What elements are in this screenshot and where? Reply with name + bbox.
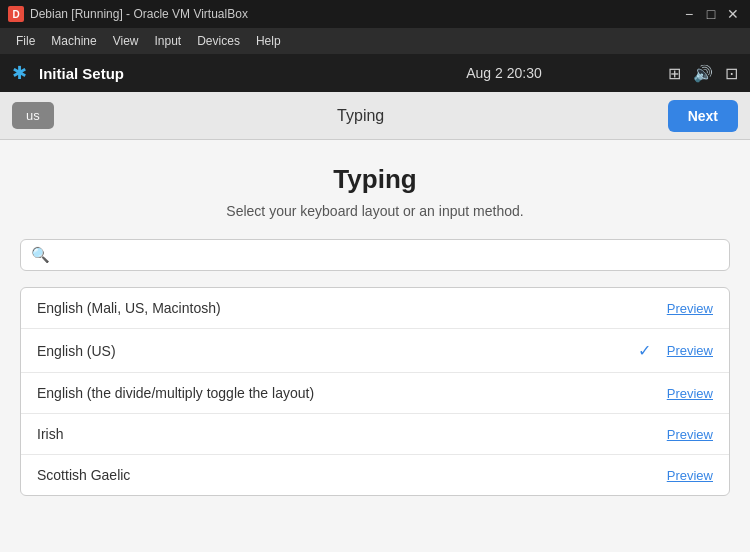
preview-link-3[interactable]: Preview [667, 427, 713, 442]
preview-link-4[interactable]: Preview [667, 468, 713, 483]
maximize-button[interactable]: □ [702, 5, 720, 23]
keyboard-name-2: English (the divide/multiply toggle the … [37, 385, 667, 401]
keyboard-item-0[interactable]: English (Mali, US, Macintosh) Preview [21, 288, 729, 329]
close-button[interactable]: ✕ [724, 5, 742, 23]
title-bar: D Debian [Running] - Oracle VM VirtualBo… [0, 0, 750, 28]
window-title: Debian [Running] - Oracle VM VirtualBox [30, 7, 680, 21]
menu-file[interactable]: File [8, 32, 43, 50]
preview-link-1[interactable]: Preview [667, 343, 713, 358]
page-subtitle: Select your keyboard layout or an input … [20, 203, 730, 219]
main-content: Typing Select your keyboard layout or an… [0, 140, 750, 552]
nav-title: Typing [54, 107, 668, 125]
keyboard-name-1: English (US) [37, 343, 638, 359]
minimize-button[interactable]: − [680, 5, 698, 23]
search-icon: 🔍 [31, 246, 50, 264]
preview-link-0[interactable]: Preview [667, 301, 713, 316]
media-icon[interactable]: ⊡ [725, 64, 738, 83]
back-button[interactable]: us [12, 102, 54, 129]
menu-input[interactable]: Input [147, 32, 190, 50]
window-controls: − □ ✕ [680, 5, 742, 23]
vm-toolbar-right: ⊞ 🔊 ⊡ [668, 64, 738, 83]
menu-machine[interactable]: Machine [43, 32, 104, 50]
menu-bar: File Machine View Input Devices Help [0, 28, 750, 54]
vm-app-title: Initial Setup [39, 65, 124, 82]
network-icon[interactable]: ⊞ [668, 64, 681, 83]
keyboard-name-0: English (Mali, US, Macintosh) [37, 300, 667, 316]
keyboard-item-4[interactable]: Scottish Gaelic Preview [21, 455, 729, 495]
app-icon: D [8, 6, 24, 22]
keyboard-item-1[interactable]: English (US) ✓ Preview [21, 329, 729, 373]
keyboard-name-3: Irish [37, 426, 667, 442]
vm-toolbar-left: ✱ Initial Setup [12, 62, 340, 84]
menu-devices[interactable]: Devices [189, 32, 248, 50]
keyboard-name-4: Scottish Gaelic [37, 467, 667, 483]
keyboard-item-2[interactable]: English (the divide/multiply toggle the … [21, 373, 729, 414]
menu-view[interactable]: View [105, 32, 147, 50]
search-input[interactable] [56, 247, 719, 263]
initial-setup-icon: ✱ [12, 62, 27, 84]
keyboard-item-3[interactable]: Irish Preview [21, 414, 729, 455]
search-container[interactable]: 🔍 [20, 239, 730, 271]
menu-help[interactable]: Help [248, 32, 289, 50]
page-title: Typing [20, 164, 730, 195]
top-nav: us Typing Next [0, 92, 750, 140]
selected-checkmark: ✓ [638, 341, 651, 360]
keyboard-list: English (Mali, US, Macintosh) Preview En… [20, 287, 730, 496]
vm-datetime: Aug 2 20:30 [340, 65, 668, 81]
vm-toolbar: ✱ Initial Setup Aug 2 20:30 ⊞ 🔊 ⊡ [0, 54, 750, 92]
preview-link-2[interactable]: Preview [667, 386, 713, 401]
next-button[interactable]: Next [668, 100, 738, 132]
audio-icon[interactable]: 🔊 [693, 64, 713, 83]
